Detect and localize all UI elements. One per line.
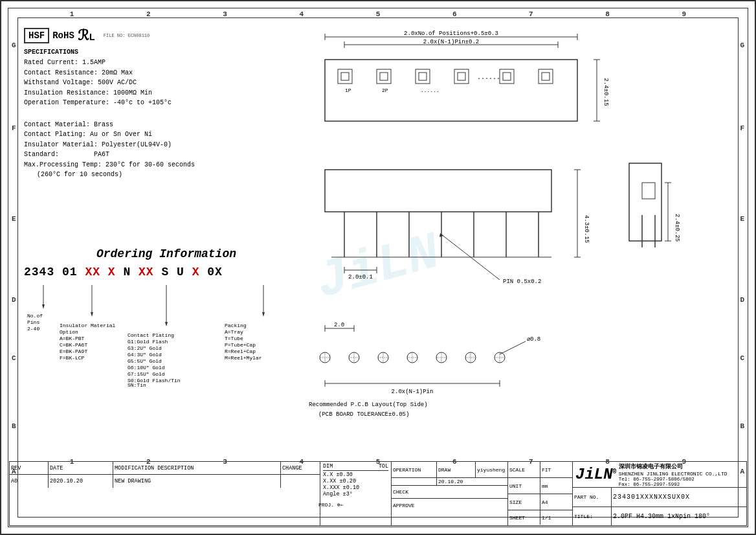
spec-contact-plating: Contact Plating: Au or Sn Over Ni bbox=[24, 130, 276, 140]
tol-label: TOL bbox=[379, 463, 388, 470]
part-no-row: PART NO. 234301XXXNXXSUX0X bbox=[573, 488, 746, 507]
spec-standard: Standard: PA6T bbox=[24, 150, 276, 160]
svg-text:......: ...... bbox=[421, 87, 439, 93]
a0-row: A0 2020.10.20 NEW DRAWING bbox=[10, 475, 320, 488]
size-row: SIZE A4 bbox=[508, 494, 572, 510]
op-row: OPERATION DRAW yiyusheng bbox=[392, 462, 507, 478]
check-row: CHECK bbox=[392, 486, 507, 499]
left-panel: HSF RoHS ℛ L FILE NO: ECN08110 SPECIFICA… bbox=[24, 27, 276, 180]
title-block: REV DATE MODIFICATION DESCRIPTION CHANGE… bbox=[9, 461, 747, 526]
hsf-logo: HSF bbox=[24, 28, 49, 43]
svg-rect-52 bbox=[419, 73, 427, 80]
logo-area: HSF RoHS ℛ L FILE NO: ECN08110 bbox=[24, 27, 276, 43]
company-section: JiLN® 深圳市锦凌电子有限公司 SHENZHEN JINLING ELECT… bbox=[573, 462, 746, 525]
title-label: TITLE: bbox=[573, 507, 612, 525]
sheet-label: SHEET bbox=[508, 510, 540, 525]
sheet-value: 1/1 bbox=[540, 510, 572, 525]
svg-rect-73 bbox=[642, 183, 655, 199]
operation-section: OPERATION DRAW yiyusheng 20.10.20 CHECK … bbox=[392, 462, 508, 525]
col-6: 6 bbox=[452, 10, 457, 18]
row-b-left: B bbox=[12, 422, 16, 430]
a0-date: 2020.10.20 bbox=[49, 475, 113, 488]
spec-rated-current: Rated Current: 1.5AMP bbox=[24, 58, 276, 68]
ordering-diagram: No.of Pins 2-40 Insulator Material Optio… bbox=[24, 282, 309, 385]
svg-text:G6:10U" Gold: G6:10U" Gold bbox=[128, 365, 165, 370]
spec-insulation: Insulation Resistance: 1000MΩ Min bbox=[24, 88, 276, 98]
svg-line-116 bbox=[500, 341, 526, 354]
svg-text:2.4±0.15: 2.4±0.15 bbox=[603, 78, 609, 106]
svg-rect-63 bbox=[325, 170, 551, 212]
row-g-left: G bbox=[12, 41, 16, 49]
svg-text:Contact Plating: Contact Plating bbox=[128, 332, 174, 338]
svg-rect-49 bbox=[377, 69, 391, 84]
svg-rect-46 bbox=[325, 60, 577, 121]
row-b-right: B bbox=[740, 422, 744, 430]
pn-xx2: XX bbox=[139, 266, 154, 279]
svg-text:ℛ: ℛ bbox=[78, 27, 89, 43]
pn-x2: X bbox=[192, 266, 200, 279]
svg-text:G3:2U" Gold: G3:2U" Gold bbox=[128, 345, 162, 351]
part-no-value: 234301XXXNXXSUX0X bbox=[612, 488, 746, 507]
rl-logo: ℛ L bbox=[78, 27, 100, 43]
scale-value: FIT bbox=[540, 462, 572, 477]
svg-text:2-40: 2-40 bbox=[27, 326, 39, 332]
svg-text:E=BK-PA9T: E=BK-PA9T bbox=[60, 348, 87, 354]
svg-rect-54 bbox=[458, 73, 465, 80]
tol-header: DIM TOL bbox=[323, 463, 388, 471]
pn-2343: 2343 01 bbox=[24, 266, 85, 279]
size-value: A4 bbox=[540, 494, 572, 510]
company-en: SHENZHEN JINLING ELECTRONIC CO.,LTD bbox=[619, 471, 728, 477]
svg-marker-6 bbox=[91, 312, 93, 317]
unit-value: mm bbox=[540, 478, 572, 494]
row-c-left: C bbox=[12, 354, 16, 362]
row-f-left: F bbox=[12, 124, 16, 132]
title-block-inner: REV DATE MODIFICATION DESCRIPTION CHANGE… bbox=[10, 462, 746, 525]
svg-text:C=BK-PA6T: C=BK-PA6T bbox=[60, 342, 87, 348]
row-e-right: E bbox=[740, 215, 744, 223]
rev-header-row: REV DATE MODIFICATION DESCRIPTION CHANGE bbox=[10, 462, 320, 475]
tol-xxxx: X.XXX ±0.10 bbox=[323, 484, 388, 491]
file-no: FILE NO: ECN08110 bbox=[104, 33, 150, 38]
tol-xx: X.X ±0.30 bbox=[323, 472, 388, 478]
row-f-right: F bbox=[740, 124, 744, 132]
svg-text:2.0xNo.of Positions+0.5±0.3: 2.0xNo.of Positions+0.5±0.3 bbox=[404, 30, 498, 37]
svg-text:1P: 1P bbox=[345, 87, 351, 93]
approve-row: APPROVE bbox=[392, 499, 507, 512]
scale-label: SCALE bbox=[508, 462, 540, 477]
col-5: 5 bbox=[376, 10, 381, 18]
svg-text:Option: Option bbox=[60, 329, 78, 335]
operation-label: OPERATION bbox=[392, 462, 437, 477]
row-g-right: G bbox=[740, 41, 744, 49]
svg-rect-56 bbox=[503, 73, 511, 80]
pn-0x: 0X bbox=[200, 266, 223, 279]
spec-contact-resistance: Contact Resistance: 20mΩ Max bbox=[24, 68, 276, 78]
svg-marker-10 bbox=[262, 312, 265, 317]
svg-text:G1:Gold Flash: G1:Gold Flash bbox=[128, 339, 168, 345]
draw-value: yiyusheng bbox=[476, 462, 507, 477]
technical-drawing-page: JiLN 1 2 3 4 5 6 7 8 9 1 2 3 4 5 6 7 8 9… bbox=[0, 0, 756, 535]
svg-text:G4:3U" Gold: G4:3U" Gold bbox=[128, 352, 162, 358]
change-header: CHANGE bbox=[281, 462, 320, 474]
mod-header: MODIFICATION DESCRIPTION bbox=[113, 462, 281, 474]
svg-text:No.of: No.of bbox=[27, 313, 43, 319]
unit-label: UNIT bbox=[508, 478, 540, 494]
col-2: 2 bbox=[146, 10, 151, 18]
spec-insulator: Insulator Material: Polyester(UL94V-0) bbox=[24, 140, 276, 150]
company-name-logo: JiLN® bbox=[575, 466, 617, 483]
date-header: DATE bbox=[49, 462, 113, 474]
svg-text:Pins: Pins bbox=[27, 319, 39, 325]
row-c-right: C bbox=[740, 354, 744, 362]
col-1: 1 bbox=[70, 10, 74, 18]
svg-text:R=Reel+Cap: R=Reel+Cap bbox=[225, 348, 256, 354]
company-cn: 深圳市锦凌电子有限公司 bbox=[619, 462, 728, 471]
svg-text:......: ...... bbox=[477, 74, 500, 81]
col-labels-top: 1 2 3 4 5 6 7 8 9 bbox=[34, 10, 722, 18]
ordering-section: Ordering Information 2343 01 XX X N XX S… bbox=[24, 247, 309, 388]
pn-space1 bbox=[100, 266, 108, 279]
svg-text:Recommended P.C.B Layout(Top S: Recommended P.C.B Layout(Top Side) bbox=[309, 402, 428, 408]
top-view-section: 2.0xNo.of Positions+0.5±0.3 2.0x(N-1)Pin… bbox=[306, 27, 732, 166]
ordering-title: Ordering Information bbox=[24, 247, 309, 260]
specs-title: SPECIFICATIONS bbox=[24, 49, 276, 56]
title-row: TITLE: 2.0PF H4.30mm 1xNpin 180° bbox=[573, 507, 746, 525]
col-8: 8 bbox=[605, 10, 610, 18]
